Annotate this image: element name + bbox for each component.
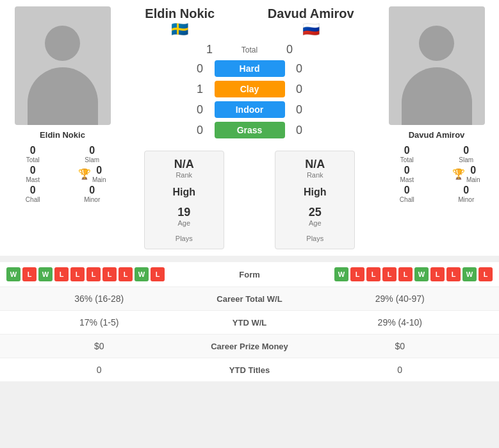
- right-plays-item: Plays: [306, 235, 323, 242]
- right-trophy-main: 🏆 0 Main: [440, 165, 493, 183]
- right-age-value: 25: [309, 206, 322, 219]
- main-container: Eldin Nokic 0 Total 0 Slam 0 Mast 🏆: [0, 0, 499, 381]
- left-rank-item: N/A Rank: [174, 158, 194, 179]
- left-player-avatar: [15, 6, 111, 125]
- left-slam-label: Slam: [85, 156, 99, 163]
- left-slam-value: 0: [89, 145, 95, 156]
- left-mast-cell: 0 Mast: [6, 165, 60, 183]
- win-badge: W: [462, 267, 477, 281]
- right-minor-cell: 0 Minor: [440, 185, 493, 203]
- right-player-name: Davud Amirov: [409, 130, 465, 140]
- right-minor-value: 0: [463, 185, 469, 196]
- right-age-label: Age: [309, 219, 322, 227]
- form-row: WLWLLLLLWL Form WLLLLWLLWL: [0, 262, 499, 287]
- left-ytd-wl: 17% (1-5): [13, 317, 186, 328]
- left-chall-cell: 0 Chall: [6, 185, 60, 203]
- left-indoor-score: 0: [189, 103, 211, 117]
- left-career-prize: $0: [13, 341, 186, 351]
- grass-row: 0 Grass 0: [119, 122, 380, 138]
- loss-badge: L: [54, 267, 69, 281]
- right-total-label: Total: [400, 156, 414, 163]
- right-total-score: 0: [279, 43, 301, 56]
- right-ytd-wl: 29% (4-10): [314, 317, 487, 328]
- right-name-block: Davud Amirov 🇷🇺: [268, 6, 354, 38]
- clay-badge: Clay: [215, 81, 285, 97]
- grass-badge: Grass: [215, 122, 285, 138]
- right-mast-label: Mast: [400, 176, 414, 183]
- left-career-wl: 36% (16-28): [13, 294, 186, 304]
- right-form-badges: WLLLLWLLWL: [288, 267, 493, 281]
- right-chall-label: Chall: [400, 196, 414, 203]
- left-high-item: High: [172, 187, 195, 198]
- right-main-cell: 0 Main: [466, 165, 480, 183]
- right-rank-label: Rank: [307, 171, 323, 179]
- win-badge: W: [6, 267, 20, 281]
- left-minor-label: Minor: [84, 196, 100, 203]
- right-mast-cell: 0 Mast: [380, 165, 434, 183]
- right-grass-score: 0: [288, 124, 311, 137]
- right-chall-value: 0: [404, 185, 410, 196]
- left-plays-label: Plays: [176, 235, 193, 242]
- left-rank-value: N/A: [174, 158, 194, 171]
- top-section: Eldin Nokic 0 Total 0 Slam 0 Mast 🏆: [0, 0, 499, 256]
- loss-badge: L: [366, 267, 380, 281]
- left-minor-value: 0: [89, 185, 95, 196]
- right-indoor-score: 0: [288, 103, 311, 117]
- left-player-name: Eldin Nokic: [40, 130, 85, 140]
- left-age-item: 19 Age: [177, 206, 190, 227]
- career-prize-label: Career Prize Money: [186, 342, 314, 351]
- right-high-item: High: [304, 187, 327, 198]
- right-mast-value: 0: [404, 165, 410, 176]
- right-ytd-titles: 0: [314, 365, 487, 375]
- career-wl-label: Career Total W/L: [186, 294, 314, 304]
- loss-badge: L: [479, 267, 493, 281]
- ytd-titles-label: YTD Titles: [186, 365, 314, 375]
- loss-badge: L: [119, 267, 133, 281]
- total-row: 1 Total 0: [119, 43, 380, 56]
- right-plays-label: Plays: [306, 235, 323, 242]
- right-flag: 🇷🇺: [268, 21, 354, 38]
- right-slam-cell: 0 Slam: [440, 145, 493, 163]
- right-rank-item: N/A Rank: [305, 158, 325, 179]
- right-player-avatar: [389, 6, 485, 125]
- info-boxes-row: N/A Rank High 19 Age Plays: [119, 145, 380, 249]
- indoor-badge: Indoor: [215, 101, 285, 118]
- right-minor-label: Minor: [458, 196, 474, 203]
- left-name-block: Eldin Nokic 🇸🇪: [145, 6, 215, 38]
- right-total-value: 0: [404, 145, 410, 156]
- loss-badge: L: [70, 267, 85, 281]
- middle-col: Eldin Nokic 🇸🇪 Davud Amirov 🇷🇺 1 Total 0…: [119, 6, 380, 249]
- right-slam-label: Slam: [459, 156, 473, 163]
- left-trophy-icon: 🏆: [78, 168, 91, 180]
- right-name-top: Davud Amirov: [268, 6, 354, 21]
- right-slam-value: 0: [463, 145, 469, 156]
- left-plays-item: Plays: [176, 235, 193, 242]
- left-hard-score: 0: [189, 62, 211, 76]
- loss-badge: L: [382, 267, 397, 281]
- left-high-value: High: [172, 187, 195, 198]
- right-career-wl: 29% (40-97): [314, 294, 487, 304]
- win-badge: W: [414, 267, 429, 281]
- left-age-label: Age: [177, 219, 190, 227]
- left-minor-cell: 0 Minor: [66, 185, 119, 203]
- right-info-box: N/A Rank High 25 Age Plays: [275, 151, 355, 249]
- right-total-cell: 0 Total: [380, 145, 434, 163]
- win-badge: W: [334, 267, 348, 281]
- left-mast-label: Mast: [26, 176, 40, 183]
- left-total-score: 1: [199, 43, 221, 56]
- left-chall-value: 0: [30, 185, 36, 196]
- left-total-cell: 0 Total: [6, 145, 60, 163]
- form-label: Form: [211, 270, 288, 279]
- left-flag: 🇸🇪: [145, 21, 215, 38]
- left-trophy-main: 🏆 0 Main: [66, 165, 119, 183]
- left-slam-cell: 0 Slam: [66, 145, 119, 163]
- left-chall-label: Chall: [26, 196, 40, 203]
- left-main-value: 0: [96, 165, 102, 176]
- right-chall-cell: 0 Chall: [380, 185, 434, 203]
- clay-row: 1 Clay 0: [119, 81, 380, 97]
- ytd-wl-row: 17% (1-5) YTD W/L 29% (4-10): [0, 311, 499, 335]
- hard-row: 0 Hard 0: [119, 60, 380, 77]
- career-prize-row: $0 Career Prize Money $0: [0, 335, 499, 358]
- left-player-stats: 0 Total 0 Slam 0 Mast 🏆 0 Main: [6, 145, 119, 203]
- right-main-label: Main: [466, 176, 480, 183]
